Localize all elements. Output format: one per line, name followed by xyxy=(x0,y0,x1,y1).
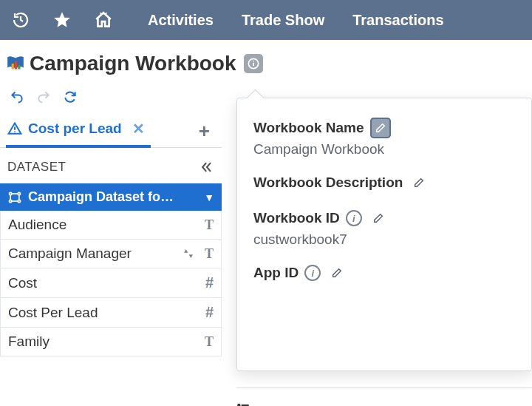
field-name: Family xyxy=(8,334,50,350)
nav-link-trade-show[interactable]: Trade Show xyxy=(242,12,324,29)
field-name: Cost Per Lead xyxy=(8,305,98,321)
svg-marker-0 xyxy=(54,12,70,27)
star-icon[interactable] xyxy=(52,10,72,30)
home-icon[interactable] xyxy=(93,10,114,30)
dataset-header: DATASET xyxy=(0,148,222,183)
svg-rect-1 xyxy=(12,64,14,70)
workbook-icon xyxy=(6,54,25,73)
list-icon xyxy=(236,402,251,406)
app-id-info-icon[interactable]: i xyxy=(304,265,321,281)
undo-button[interactable] xyxy=(9,89,25,105)
svg-point-8 xyxy=(14,131,16,132)
field-type-icons: # xyxy=(205,274,214,291)
workbook-name-label: Workbook Name xyxy=(253,120,364,136)
field-row[interactable]: FamilyT xyxy=(1,328,221,356)
sort-icon xyxy=(183,248,194,260)
field-type-icons: T xyxy=(183,246,214,262)
field-row[interactable]: Campaign ManagerT xyxy=(1,240,221,268)
svg-point-6 xyxy=(253,61,254,62)
title-row: Campaign Workbook xyxy=(0,40,532,78)
right-area: Workbook Name Campaign Workbook Workbook… xyxy=(222,111,532,356)
svg-marker-17 xyxy=(184,249,188,253)
collapse-panel-button[interactable] xyxy=(200,160,214,175)
text-type-icon: T xyxy=(205,334,214,350)
nav-link-activities[interactable]: Activities xyxy=(148,12,214,29)
field-type-icons: T xyxy=(205,217,214,233)
workbook-id-info-icon[interactable]: i xyxy=(346,210,362,226)
left-pane: Cost per Lead ✕ + DATASET Campaign Datas… xyxy=(0,111,222,356)
svg-point-9 xyxy=(10,192,12,194)
field-row[interactable]: Cost# xyxy=(1,268,221,298)
dataset-selector-label: Campaign Dataset fo… xyxy=(28,189,174,205)
edit-workbook-id-button[interactable] xyxy=(368,208,389,229)
svg-point-11 xyxy=(18,192,20,194)
warning-icon xyxy=(7,121,22,136)
text-type-icon: T xyxy=(205,246,214,262)
field-name: Audience xyxy=(8,217,66,233)
edit-workbook-name-button[interactable] xyxy=(370,118,391,138)
number-type-icon: # xyxy=(205,274,214,291)
nav-links: Activities Trade Show Transactions xyxy=(148,12,444,29)
app-id-label: App ID xyxy=(253,265,299,281)
top-nav: Activities Trade Show Transactions xyxy=(0,0,532,40)
field-row[interactable]: Cost Per Lead# xyxy=(1,298,221,328)
tab-label: Cost per Lead xyxy=(28,121,122,137)
dataset-selector[interactable]: Campaign Dataset fo… ▼ xyxy=(0,183,222,211)
edit-app-id-button[interactable] xyxy=(327,263,347,283)
edit-workbook-description-button[interactable] xyxy=(409,172,429,193)
svg-rect-3 xyxy=(18,65,20,69)
workbook-info-popover: Workbook Name Campaign Workbook Workbook… xyxy=(236,98,532,371)
text-type-icon: T xyxy=(205,217,214,233)
info-button[interactable] xyxy=(244,54,263,73)
workbook-id-label: Workbook ID xyxy=(253,210,340,226)
field-name: Cost xyxy=(8,275,37,291)
svg-rect-2 xyxy=(15,61,17,70)
refresh-button[interactable] xyxy=(62,89,78,105)
workbook-id-value: custworkbook7 xyxy=(253,231,515,248)
add-tab-button[interactable]: + xyxy=(199,120,216,143)
field-type-icons: T xyxy=(205,334,214,350)
nav-link-transactions[interactable]: Transactions xyxy=(352,12,443,29)
field-name: Campaign Manager xyxy=(8,246,132,262)
tab-row: Cost per Lead ✕ + xyxy=(0,111,222,148)
svg-point-12 xyxy=(18,200,20,202)
dataset-heading-label: DATASET xyxy=(7,160,66,175)
nav-icons xyxy=(10,10,114,30)
field-row[interactable]: AudienceT xyxy=(1,211,221,240)
svg-marker-18 xyxy=(189,254,193,258)
redo-button[interactable] xyxy=(35,89,52,105)
bottom-section xyxy=(236,388,532,406)
svg-point-10 xyxy=(10,200,12,202)
workbook-name-value: Campaign Workbook xyxy=(253,141,515,158)
workbook-description-label: Workbook Description xyxy=(253,175,403,191)
chevron-down-icon: ▼ xyxy=(204,192,214,203)
dataset-selector-icon xyxy=(7,190,22,205)
tab-cost-per-lead[interactable]: Cost per Lead ✕ xyxy=(6,114,151,148)
tab-close-button[interactable]: ✕ xyxy=(128,120,149,138)
page-title: Campaign Workbook xyxy=(30,52,236,75)
history-icon[interactable] xyxy=(10,10,31,30)
field-type-icons: # xyxy=(205,304,214,321)
number-type-icon: # xyxy=(205,304,214,321)
field-list: AudienceTCampaign ManagerTCost#Cost Per … xyxy=(0,211,222,356)
